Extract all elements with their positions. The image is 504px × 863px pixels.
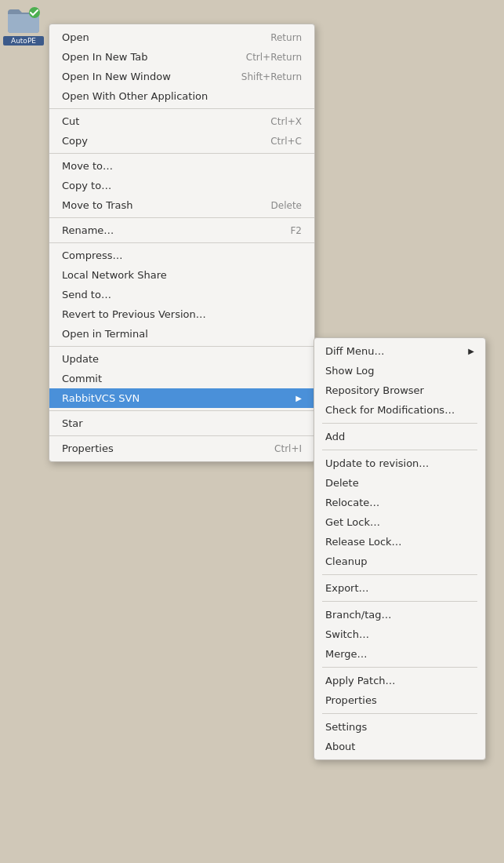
menu-item-label: Revert to Previous Version… xyxy=(62,308,206,320)
svn-menu-item-export[interactable]: Export… xyxy=(314,578,485,598)
menu-item-local-network-share[interactable]: Local Network Share xyxy=(49,265,314,285)
svn-menu-item-check-modifications[interactable]: Check for Modifications… xyxy=(314,400,485,420)
menu-separator xyxy=(49,435,314,436)
menu-shortcut: Return xyxy=(270,32,302,43)
svn-menu-item-label: Apply Patch… xyxy=(325,675,396,686)
svn-menu-item-about[interactable]: About xyxy=(314,737,485,756)
menu-item-label: Copy xyxy=(62,135,88,147)
menu-separator xyxy=(49,346,314,347)
menu-separator xyxy=(49,217,314,218)
menu-item-label: Send to… xyxy=(62,289,111,300)
menu-item-move-to[interactable]: Move to… xyxy=(49,156,314,176)
svn-menu-item-relocate[interactable]: Relocate… xyxy=(314,493,485,512)
menu-item-label: Update xyxy=(62,353,99,365)
menu-item-label: RabbitVCS SVN xyxy=(62,392,140,404)
menu-item-copy[interactable]: CopyCtrl+C xyxy=(49,131,314,151)
menu-item-rabbitvcs-svn[interactable]: RabbitVCS SVN▶ xyxy=(49,388,314,408)
app-label: AutoPE xyxy=(3,36,44,46)
menu-item-properties[interactable]: PropertiesCtrl+I xyxy=(49,439,314,458)
svn-menu-item-cleanup[interactable]: Cleanup xyxy=(314,552,485,571)
menu-shortcut: Ctrl+I xyxy=(274,443,302,454)
svn-menu-item-label: Diff Menu… xyxy=(325,345,384,357)
svn-menu-item-add[interactable]: Add xyxy=(314,427,485,446)
menu-item-label: Star xyxy=(62,417,83,429)
context-menu: OpenReturnOpen In New TabCtrl+ReturnOpen… xyxy=(49,24,315,462)
svn-menu-item-merge[interactable]: Merge… xyxy=(314,644,485,664)
svn-menu-item-show-log[interactable]: Show Log xyxy=(314,361,485,381)
svn-menu-item-label: Relocate… xyxy=(325,497,379,508)
menu-item-label: Local Network Share xyxy=(62,269,167,281)
svn-menu-item-delete[interactable]: Delete xyxy=(314,473,485,493)
svn-menu-item-diff-menu[interactable]: Diff Menu…▶ xyxy=(314,341,485,361)
svn-menu-item-label: Merge… xyxy=(325,648,368,660)
svn-submenu: Diff Menu…▶Show LogRepository BrowserChe… xyxy=(314,337,486,760)
menu-separator xyxy=(49,242,314,243)
svn-menu-item-label: Settings xyxy=(325,721,367,733)
svn-menu-item-switch[interactable]: Switch… xyxy=(314,624,485,644)
svn-menu-item-label: Show Log xyxy=(325,365,374,377)
svn-menu-item-apply-patch[interactable]: Apply Patch… xyxy=(314,671,485,690)
menu-item-label: Open In New Tab xyxy=(62,51,148,63)
menu-item-label: Open In New Window xyxy=(62,71,171,82)
menu-item-cut[interactable]: CutCtrl+X xyxy=(49,111,314,131)
menu-item-open-new-tab[interactable]: Open In New TabCtrl+Return xyxy=(49,47,314,67)
menu-item-open-other-app[interactable]: Open With Other Application xyxy=(49,86,314,106)
svn-menu-item-label: About xyxy=(325,741,355,752)
menu-item-update[interactable]: Update xyxy=(49,349,314,369)
svn-menu-item-label: Delete xyxy=(325,477,359,489)
svn-submenu-separator xyxy=(322,601,477,602)
menu-item-rename[interactable]: Rename…F2 xyxy=(49,220,314,240)
menu-item-label: Copy to… xyxy=(62,180,111,191)
menu-shortcut: Ctrl+C xyxy=(270,136,302,147)
svn-submenu-separator xyxy=(322,667,477,668)
menu-shortcut: Shift+Return xyxy=(241,71,302,82)
menu-separator xyxy=(49,153,314,154)
svn-menu-item-label: Export… xyxy=(325,582,369,594)
menu-shortcut: Ctrl+X xyxy=(270,116,302,127)
svn-menu-item-settings[interactable]: Settings xyxy=(314,717,485,737)
menu-item-label: Rename… xyxy=(62,224,114,236)
menu-shortcut: F2 xyxy=(290,225,302,236)
svn-menu-item-get-lock[interactable]: Get Lock… xyxy=(314,512,485,532)
menu-item-label: Open in Terminal xyxy=(62,328,148,340)
svn-menu-item-branch-tag[interactable]: Branch/tag… xyxy=(314,605,485,624)
menu-item-label: Cut xyxy=(62,115,79,127)
svn-menu-item-label: Properties xyxy=(325,694,377,706)
menu-shortcut: Ctrl+Return xyxy=(246,52,302,63)
svn-submenu-separator xyxy=(322,713,477,714)
menu-item-label: Open With Other Application xyxy=(62,90,208,102)
menu-item-label: Move to… xyxy=(62,160,113,172)
desktop-folder-icon[interactable]: AutoPE xyxy=(3,6,44,47)
menu-item-open[interactable]: OpenReturn xyxy=(49,27,314,47)
menu-item-revert[interactable]: Revert to Previous Version… xyxy=(49,304,314,324)
menu-item-send-to[interactable]: Send to… xyxy=(49,285,314,304)
svn-menu-item-release-lock[interactable]: Release Lock… xyxy=(314,532,485,552)
svn-submenu-separator xyxy=(322,574,477,575)
svn-menu-item-label: Check for Modifications… xyxy=(325,404,455,416)
menu-item-copy-to[interactable]: Copy to… xyxy=(49,176,314,195)
menu-item-label: Open xyxy=(62,31,89,43)
submenu-arrow-icon: ▶ xyxy=(296,394,302,402)
menu-item-move-to-trash[interactable]: Move to TrashDelete xyxy=(49,195,314,215)
svn-menu-item-label: Release Lock… xyxy=(325,536,402,548)
svn-menu-item-label: Cleanup xyxy=(325,555,367,567)
menu-item-open-terminal[interactable]: Open in Terminal xyxy=(49,324,314,344)
svn-menu-item-label: Get Lock… xyxy=(325,516,380,528)
menu-item-open-new-window[interactable]: Open In New WindowShift+Return xyxy=(49,67,314,86)
svn-menu-item-label: Update to revision… xyxy=(325,457,429,469)
svn-menu-item-properties-svn[interactable]: Properties xyxy=(314,690,485,710)
svn-menu-item-label: Repository Browser xyxy=(325,384,424,396)
svn-submenu-arrow-icon: ▶ xyxy=(468,347,474,355)
menu-item-compress[interactable]: Compress… xyxy=(49,246,314,265)
menu-separator xyxy=(49,410,314,411)
svn-menu-item-label: Branch/tag… xyxy=(325,609,392,621)
svn-menu-item-repo-browser[interactable]: Repository Browser xyxy=(314,381,485,400)
menu-item-label: Move to Trash xyxy=(62,199,133,211)
menu-item-star[interactable]: Star xyxy=(49,413,314,433)
svn-submenu-separator xyxy=(322,450,477,450)
menu-shortcut: Delete xyxy=(271,200,302,211)
menu-item-label: Commit xyxy=(62,373,102,384)
menu-separator xyxy=(49,108,314,109)
menu-item-commit[interactable]: Commit xyxy=(49,369,314,388)
svn-menu-item-update-revision[interactable]: Update to revision… xyxy=(314,453,485,473)
